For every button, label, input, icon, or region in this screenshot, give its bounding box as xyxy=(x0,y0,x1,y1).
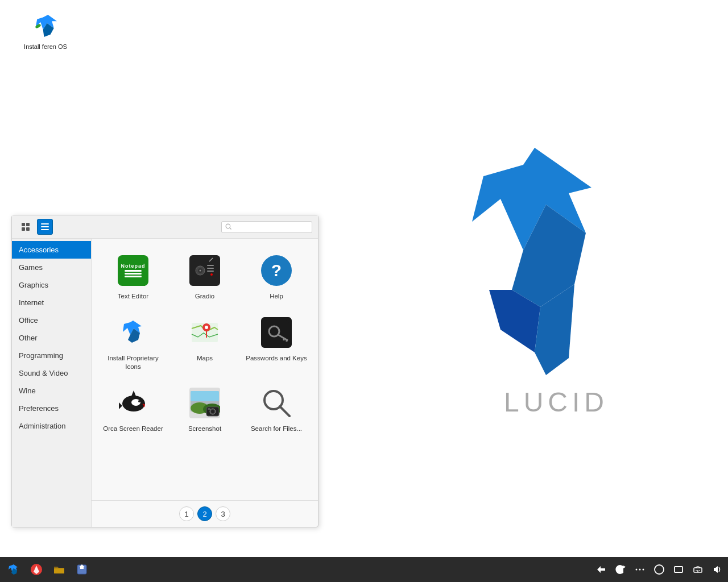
app-item-maps[interactable]: Maps xyxy=(169,306,241,377)
svg-rect-8 xyxy=(26,223,30,226)
screenshot-label: Screenshot xyxy=(188,425,221,433)
sidebar-item-sound-video[interactable]: Sound & Video xyxy=(12,364,91,382)
taskbar-back-button[interactable] xyxy=(594,563,609,576)
search-input[interactable] xyxy=(234,223,308,231)
passwords-keys-icon xyxy=(258,314,295,351)
page-3-button[interactable]: 3 xyxy=(216,506,230,521)
svg-line-15 xyxy=(230,228,231,230)
app-item-orca-screen-reader[interactable]: Orca Screen Reader xyxy=(97,377,169,439)
search-bar xyxy=(221,221,312,233)
help-icon: ? xyxy=(258,252,295,289)
svg-rect-22 xyxy=(207,271,214,272)
svg-point-14 xyxy=(226,224,230,228)
svg-point-62 xyxy=(655,565,664,574)
taskbar-ellipsis[interactable] xyxy=(632,563,647,576)
passwords-keys-label: Passwords and Keys xyxy=(246,354,307,363)
orca-screen-reader-icon xyxy=(115,385,151,421)
help-label: Help xyxy=(270,292,283,301)
feren-install-icon xyxy=(31,11,60,41)
taskbar-home-button[interactable] xyxy=(652,563,667,576)
sidebar-item-graphics[interactable]: Graphics xyxy=(12,276,91,294)
search-icon xyxy=(225,223,232,231)
svg-rect-54 xyxy=(54,568,64,573)
page-1-button[interactable]: 1 xyxy=(179,506,194,521)
app-item-search-for-files[interactable]: Search for Files... xyxy=(241,377,312,439)
svg-rect-48 xyxy=(208,408,210,410)
svg-point-61 xyxy=(643,569,644,571)
page-2-button[interactable]: 2 xyxy=(197,506,212,521)
sidebar-item-preferences[interactable]: Preferences xyxy=(12,400,91,417)
app-item-install-proprietary-icons[interactable]: Install Proprietary Icons xyxy=(97,306,169,377)
svg-rect-21 xyxy=(207,268,214,269)
taskbar-window-button[interactable] xyxy=(671,563,686,576)
svg-point-47 xyxy=(211,410,214,413)
sidebar-item-administration[interactable]: Administration xyxy=(12,417,91,435)
taskbar-files[interactable] xyxy=(49,559,69,580)
sidebar-item-programming[interactable]: Programming xyxy=(12,347,91,364)
svg-point-59 xyxy=(636,569,638,571)
sidebar-item-wine[interactable]: Wine xyxy=(12,382,91,400)
sidebar-item-other[interactable]: Other xyxy=(12,329,91,347)
desktop: Install feren OS LUCID xyxy=(0,0,728,557)
taskbar-feren-app[interactable] xyxy=(72,559,92,580)
taskbar-feren-menu[interactable] xyxy=(3,559,24,580)
list-view-button[interactable] xyxy=(37,219,53,235)
taskbar-vivaldi[interactable] xyxy=(26,559,47,580)
svg-point-40 xyxy=(138,400,140,402)
app-item-passwords-and-keys[interactable]: Passwords and Keys xyxy=(241,306,312,377)
taskbar xyxy=(0,557,728,582)
orca-screen-reader-label: Orca Screen Reader xyxy=(103,425,163,433)
svg-rect-20 xyxy=(207,265,214,266)
pagination: 1 2 3 xyxy=(92,500,318,527)
sidebar-item-office[interactable]: Office xyxy=(12,311,91,329)
svg-line-24 xyxy=(209,258,213,261)
taskbar-right xyxy=(594,563,725,576)
menu-body: Accessories Games Graphics Internet Offi… xyxy=(12,239,318,527)
svg-rect-63 xyxy=(675,567,682,572)
svg-rect-42 xyxy=(191,391,219,401)
apps-area: Notepad Text Editor xyxy=(92,239,318,527)
svg-rect-31 xyxy=(264,320,289,345)
svg-rect-11 xyxy=(41,223,49,225)
taskbar-sound-icon[interactable] xyxy=(710,563,725,576)
svg-rect-12 xyxy=(41,226,49,227)
maps-label: Maps xyxy=(197,354,213,363)
app-item-screenshot[interactable]: Screenshot xyxy=(169,377,241,439)
app-item-help[interactable]: ? Help xyxy=(241,244,312,306)
text-editor-label: Text Editor xyxy=(118,292,148,301)
desktop-icon-install-feren[interactable]: Install feren OS xyxy=(23,11,68,50)
gradio-label: Gradio xyxy=(195,292,215,301)
app-item-gradio[interactable]: Gradio xyxy=(169,244,241,306)
install-icon-label: Install feren OS xyxy=(24,43,67,50)
menu-toolbar xyxy=(12,215,318,239)
sidebar-item-internet[interactable]: Internet xyxy=(12,294,91,311)
maps-icon xyxy=(187,314,223,351)
svg-marker-57 xyxy=(597,566,605,573)
svg-point-29 xyxy=(205,326,208,329)
svg-marker-58 xyxy=(623,566,626,568)
svg-point-60 xyxy=(639,569,641,571)
search-for-files-label: Search for Files... xyxy=(251,425,302,433)
apps-grid: Notepad Text Editor xyxy=(92,239,318,500)
sidebar: Accessories Games Graphics Internet Offi… xyxy=(12,239,92,527)
app-item-text-editor[interactable]: Notepad Text Editor xyxy=(97,244,169,306)
taskbar-refresh-button[interactable] xyxy=(613,563,628,576)
svg-marker-39 xyxy=(119,402,122,409)
svg-rect-9 xyxy=(22,227,25,231)
sidebar-item-accessories[interactable]: Accessories xyxy=(12,241,91,259)
grid-view-button[interactable] xyxy=(18,219,34,235)
svg-marker-38 xyxy=(131,390,136,396)
install-proprietary-icons-icon xyxy=(115,314,151,351)
app-menu-window: Accessories Games Graphics Internet Offi… xyxy=(11,215,318,527)
lucid-bird-graphic xyxy=(455,142,614,381)
taskbar-network-icon[interactable] xyxy=(690,563,705,576)
screenshot-icon xyxy=(187,385,223,421)
sidebar-item-games[interactable]: Games xyxy=(12,259,91,276)
svg-point-37 xyxy=(131,399,140,406)
lucid-label: LUCID xyxy=(504,386,609,418)
svg-point-23 xyxy=(210,273,213,276)
svg-rect-13 xyxy=(41,229,49,230)
search-for-files-icon xyxy=(258,385,295,421)
install-proprietary-icons-label: Install Proprietary Icons xyxy=(102,354,164,371)
svg-rect-10 xyxy=(26,227,30,231)
